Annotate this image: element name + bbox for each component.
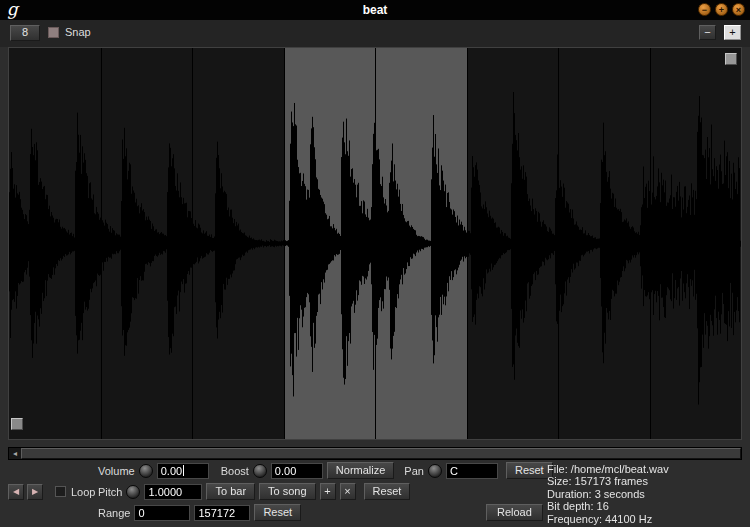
snap-checkbox[interactable]: [48, 27, 59, 38]
loop-label: Loop: [71, 486, 95, 498]
volume-knob[interactable]: [139, 464, 153, 478]
reload-button[interactable]: Reload: [486, 504, 543, 521]
pan-label: Pan: [404, 465, 424, 477]
range-row: Range 0 157172 Reset: [98, 504, 301, 521]
toolbar: 8 Snap − +: [0, 20, 750, 47]
volume-label: Volume: [98, 465, 135, 477]
boost-input[interactable]: 0.00: [271, 463, 323, 479]
volume-input[interactable]: 0.00: [157, 463, 209, 479]
info-bit-depth: Bit depth: 16: [547, 500, 669, 512]
add-button[interactable]: +: [320, 483, 336, 500]
waveform-canvas[interactable]: [9, 48, 741, 439]
loop-group: Loop: [55, 486, 95, 498]
rewind-button[interactable]: ◀: [8, 484, 24, 500]
boost-knob[interactable]: [253, 464, 267, 478]
info-frequency: Frequency: 44100 Hz: [547, 513, 669, 525]
pitch-row: Pitch 1.0000 To bar To song + × Reset: [98, 483, 410, 500]
range-label: Range: [98, 507, 130, 519]
pitch-label: Pitch: [98, 486, 122, 498]
remove-button[interactable]: ×: [340, 483, 356, 500]
range-start-value: 0: [138, 507, 144, 519]
window-title: beat: [0, 0, 750, 20]
pitch-knob[interactable]: [126, 485, 140, 499]
scroll-left-arrow-icon[interactable]: ◂: [9, 448, 21, 459]
info-duration: Duration: 3 seconds: [547, 488, 669, 500]
info-file: File: /home/mcl/beat.wav: [547, 463, 669, 475]
info-size: Size: 157173 frames: [547, 475, 669, 487]
volume-value: 0.00: [161, 465, 182, 477]
titlebar: g beat − + ×: [0, 0, 750, 20]
play-button[interactable]: ▶: [27, 484, 43, 500]
file-info: File: /home/mcl/beat.wav Size: 157173 fr…: [547, 463, 669, 525]
snap-group: Snap: [48, 26, 91, 38]
pan-value: C: [450, 465, 458, 477]
loop-checkbox[interactable]: [55, 486, 66, 497]
volume-reset-button[interactable]: Reset: [506, 462, 553, 479]
selection-handle-bottom-left[interactable]: [11, 418, 23, 430]
range-start-input[interactable]: 0: [134, 505, 190, 521]
to-song-button[interactable]: To song: [259, 483, 316, 500]
range-end-input[interactable]: 157172: [194, 505, 250, 521]
snap-count-button[interactable]: 8: [10, 25, 40, 41]
pan-knob[interactable]: [428, 464, 442, 478]
range-end-value: 157172: [198, 507, 235, 519]
boost-label: Boost: [221, 465, 249, 477]
normalize-button[interactable]: Normalize: [327, 462, 395, 479]
range-reset-button[interactable]: Reset: [254, 504, 301, 521]
boost-value: 0.00: [275, 465, 296, 477]
waveform-view[interactable]: [8, 47, 742, 440]
transport-controls: ◀ ▶ Loop: [8, 483, 95, 500]
pan-input[interactable]: C: [446, 463, 498, 479]
pitch-value: 1.0000: [148, 486, 182, 498]
horizontal-scrollbar[interactable]: ◂: [8, 447, 742, 460]
text-caret: [183, 465, 184, 476]
zoom-controls: − +: [699, 25, 741, 40]
minimize-button[interactable]: −: [698, 3, 711, 16]
selection-handle-top-right[interactable]: [725, 53, 737, 65]
volume-row: Volume 0.00 Boost 0.00 Normalize Pan C R…: [98, 462, 553, 479]
control-panel: Volume 0.00 Boost 0.00 Normalize Pan C R…: [0, 460, 750, 527]
maximize-button[interactable]: +: [715, 3, 728, 16]
scroll-thumb[interactable]: [21, 448, 741, 459]
to-bar-button[interactable]: To bar: [206, 483, 255, 500]
pitch-reset-button[interactable]: Reset: [364, 483, 411, 500]
zoom-out-button[interactable]: −: [699, 25, 716, 40]
pitch-input[interactable]: 1.0000: [144, 484, 202, 500]
window-controls: − + ×: [698, 3, 745, 16]
close-button[interactable]: ×: [732, 3, 745, 16]
zoom-in-button[interactable]: +: [724, 25, 741, 40]
snap-label: Snap: [65, 26, 91, 38]
